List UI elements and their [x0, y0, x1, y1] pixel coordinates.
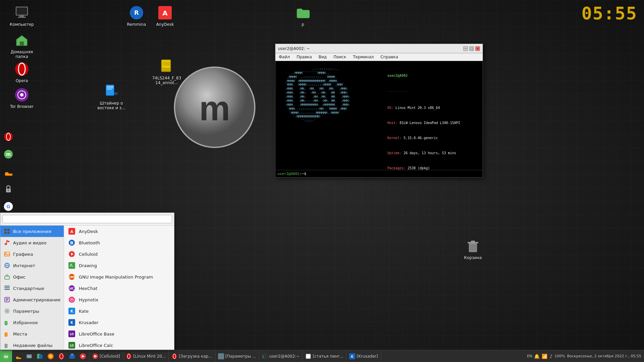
- app-kate[interactable]: K Kate: [64, 305, 174, 317]
- category-office[interactable]: Офис: [0, 271, 64, 283]
- ql-files[interactable]: [13, 351, 23, 361]
- language-indicator[interactable]: EN: [527, 354, 532, 358]
- taskbar-linuxmint-label: [Linux Mint 20...: [133, 354, 166, 359]
- quicklaunch-bar: [12, 350, 90, 362]
- svg-rect-97: [71, 354, 73, 355]
- taskbar: m: [0, 350, 644, 362]
- app-hexchat[interactable]: HC HexChat: [64, 283, 174, 294]
- desktop-icon-home[interactable]: Домашняя папка: [7, 31, 37, 61]
- svg-rect-44: [5, 276, 9, 279]
- svg-text:HC: HC: [69, 287, 74, 290]
- settings-icon: [4, 308, 10, 314]
- window-controls[interactable]: ─ □ ✕: [463, 46, 480, 51]
- svg-point-104: [172, 354, 177, 359]
- sidebar-lock[interactable]: [2, 183, 14, 195]
- taskbar-settings-label: [Параметры ...: [225, 354, 256, 359]
- taskbar-linuxmint[interactable]: [Linux Mint 20...: [123, 350, 169, 362]
- svg-text:m: m: [199, 89, 230, 128]
- taskbar-mousepad[interactable]: [статья пинг...: [303, 350, 346, 362]
- category-favorites-label: Избранное: [13, 320, 38, 325]
- desktop-icon-computer[interactable]: Компьютер: [7, 3, 37, 28]
- terminal-prompt[interactable]: user2@A002:~$ █: [275, 170, 483, 177]
- app-lo-base[interactable]: LO LibreOffice Base: [64, 328, 174, 340]
- taskbar-opera-label: [Загрузка кар...: [179, 354, 212, 359]
- notification-icon[interactable]: 🔔: [534, 354, 540, 359]
- menu-file[interactable]: Файл: [277, 54, 292, 60]
- category-places[interactable]: Места: [0, 328, 64, 340]
- desktop-icon-shtayner[interactable]: W Штайнер о востоке и з...: [95, 82, 128, 112]
- desktop-icon-anydesk[interactable]: A AnyDesk: [150, 3, 180, 28]
- app-bluetooth[interactable]: B Bluetooth: [64, 237, 174, 248]
- category-audio-video[interactable]: Аудио и видео: [0, 237, 64, 248]
- menu-edit[interactable]: Правка: [294, 54, 314, 60]
- category-internet[interactable]: Интернет: [0, 260, 64, 271]
- ql-filemanager[interactable]: [24, 351, 34, 361]
- taskbar-celluloid[interactable]: [Celluloid]: [90, 350, 123, 362]
- desktop-icon-74ls244[interactable]: 74LS244_F_8314_annot...: [150, 57, 183, 87]
- grid-icon: [4, 228, 10, 235]
- start-button[interactable]: m: [0, 350, 12, 362]
- app-search-input[interactable]: [2, 215, 172, 223]
- sound-icon[interactable]: ♪: [549, 354, 552, 359]
- ql-software[interactable]: [67, 351, 77, 361]
- minimize-button[interactable]: ─: [463, 46, 468, 51]
- taskbar-settings[interactable]: [Параметры ...: [215, 350, 259, 362]
- menu-terminal[interactable]: Терминал: [351, 54, 376, 60]
- app-celluloid[interactable]: Celluloid: [64, 248, 174, 260]
- app-gimp[interactable]: GIMP GNU Image Manipulation Program: [64, 271, 174, 283]
- category-all[interactable]: Все приложения: [0, 226, 64, 237]
- sidebar-google[interactable]: G: [2, 200, 14, 213]
- app-drawing[interactable]: Drawing: [64, 260, 174, 271]
- svg-rect-89: [27, 355, 31, 358]
- ql-firefox[interactable]: [46, 351, 56, 361]
- taskbar-celluloid-label: [Celluloid]: [100, 354, 120, 359]
- home-folder-label: Домашняя папка: [8, 50, 36, 59]
- category-recent-label: Недавние файлы: [13, 343, 53, 348]
- svg-rect-36: [7, 232, 10, 234]
- desktop-icon-trash[interactable]: Корзина: [458, 237, 488, 261]
- svg-rect-106: [218, 353, 224, 359]
- category-graphics[interactable]: Графика: [0, 248, 64, 260]
- sidebar-files[interactable]: [2, 166, 14, 178]
- maximize-button[interactable]: □: [469, 46, 474, 51]
- svg-point-8: [15, 62, 29, 76]
- lo-calc-app-label: LibreOffice Calc: [79, 343, 113, 348]
- desktop-icon-opera[interactable]: Opera: [7, 60, 37, 84]
- svg-text:m: m: [6, 152, 11, 157]
- category-settings[interactable]: Параметры: [0, 305, 64, 317]
- shtayner-label: Штайнер о востоке и з...: [96, 101, 127, 111]
- app-menu-search-bar[interactable]: [0, 213, 174, 226]
- menu-view[interactable]: Вид: [317, 54, 329, 60]
- app-krusader[interactable]: K Krusader: [64, 317, 174, 328]
- desktop-icon-tor[interactable]: Tor Browser: [7, 85, 37, 110]
- category-standard[interactable]: Стандартные: [0, 283, 64, 294]
- svg-point-82: [8, 190, 9, 191]
- sidebar-opera[interactable]: [2, 131, 14, 143]
- svg-rect-4: [16, 7, 27, 15]
- ql-opera[interactable]: [56, 351, 66, 361]
- ql-celluloid[interactable]: [78, 351, 88, 361]
- category-recent[interactable]: Недавние файлы: [0, 340, 64, 350]
- app-hypnotix[interactable]: Hypnotix: [64, 294, 174, 305]
- desktop-icon-folder-p[interactable]: р: [288, 3, 318, 28]
- menu-help[interactable]: Справка: [378, 54, 400, 60]
- hexchat-app-icon: HC: [68, 285, 75, 292]
- category-favorites[interactable]: Избранное: [0, 317, 64, 328]
- folder-p-label: р: [302, 22, 304, 27]
- ql-files2[interactable]: [35, 351, 45, 361]
- app-anydesk[interactable]: A AnyDesk: [64, 226, 174, 237]
- taskbar-krusader[interactable]: K [Krusader]: [346, 350, 381, 362]
- taskbar-terminal[interactable]: $ user2@A002:~: [259, 350, 303, 362]
- computer-label: Компьютер: [10, 22, 34, 27]
- desktop-icon-remmina[interactable]: R Remmina: [121, 3, 152, 28]
- close-button[interactable]: ✕: [475, 46, 480, 51]
- taskbar-opera-loading[interactable]: [Загрузка кар...: [169, 350, 215, 362]
- taskbar-items: [Celluloid] [Linux Mint 20... [Загрузка …: [90, 350, 524, 362]
- category-admin[interactable]: Администрирование: [0, 294, 64, 305]
- trash-icon: [465, 238, 481, 254]
- menu-search[interactable]: Поиск: [331, 54, 348, 60]
- network-icon[interactable]: 📶: [542, 354, 547, 359]
- svg-rect-46: [4, 289, 10, 290]
- sidebar-mint[interactable]: m: [2, 148, 14, 160]
- app-lo-calc[interactable]: LO LibreOffice Calc: [64, 340, 174, 350]
